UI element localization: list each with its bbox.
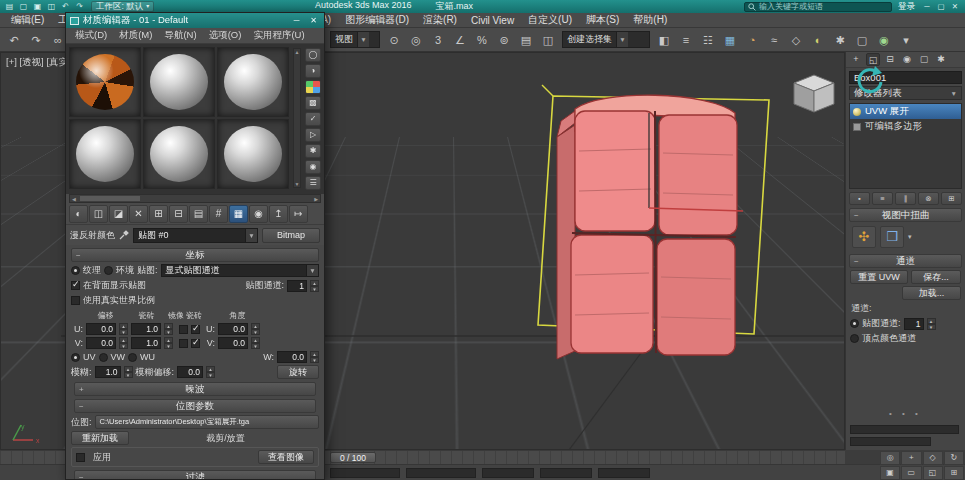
pan-icon[interactable]: ▣ [880, 466, 900, 480]
sample-horizontal-scrollbar[interactable]: ◀ ▶ [69, 194, 321, 203]
modifier-stack-item[interactable]: 可编辑多边形 [850, 119, 961, 134]
material-map-navigator-icon[interactable]: ☰ [305, 176, 321, 190]
material-name-dropdown[interactable]: 贴图 #0 ▼ [133, 228, 258, 243]
menu-item[interactable]: 帮助(H) [626, 13, 674, 27]
u-mirror-checkbox[interactable] [179, 325, 188, 334]
coordinate-y-field[interactable] [540, 468, 592, 478]
u-angle-field[interactable]: 0.0 [218, 323, 248, 335]
show-shaded-in-viewport-icon[interactable]: ▦ [229, 205, 248, 223]
field-of-view-icon[interactable]: ▭ [901, 466, 921, 480]
material-sample-slot[interactable] [69, 119, 141, 189]
material-sample-slot[interactable] [143, 47, 215, 117]
toolbar-overflow-icon[interactable]: ▾ [895, 30, 917, 50]
sign-in-link[interactable]: 登录 [898, 1, 915, 13]
put-to-library-icon[interactable]: ▤ [189, 205, 208, 223]
make-unique-icon[interactable]: ∥ [895, 192, 916, 205]
map-channel-spinner[interactable]: ▲▼ [310, 280, 319, 292]
menu-item[interactable]: 脚本(S) [579, 13, 626, 27]
v-angle-field[interactable]: 0.0 [218, 337, 248, 349]
pick-material-eyedropper-icon[interactable] [119, 230, 129, 240]
vw-radio[interactable] [99, 353, 108, 362]
material-sample-slot[interactable] [143, 119, 215, 189]
u-tile-checkbox[interactable] [191, 325, 200, 334]
w-angle-spinner[interactable]: ▲▼ [310, 351, 319, 363]
u-tiling-spinner[interactable]: ▲▼ [164, 323, 173, 335]
texture-radio[interactable] [71, 266, 80, 275]
uv-radio[interactable] [71, 353, 80, 362]
utilities-tab-icon[interactable]: ✱ [934, 53, 948, 66]
curve-editor-icon[interactable]: ≈ [763, 30, 785, 50]
redo-icon[interactable]: ↷ [74, 2, 85, 12]
blur-offset-spinner[interactable]: ▲▼ [206, 366, 215, 378]
scroll-right-icon[interactable]: ▶ [314, 196, 318, 202]
sample-type-icon[interactable]: ◯ [305, 48, 321, 62]
minimize-button[interactable]: ─ [290, 16, 303, 25]
channel-rollout-header[interactable]: − 通道 [849, 254, 962, 268]
apply-checkbox[interactable] [76, 453, 85, 462]
scroll-left-icon[interactable]: ◀ [72, 196, 76, 202]
close-button[interactable]: ✕ [949, 2, 961, 11]
spinner-snap-icon[interactable]: ⊚ [493, 30, 515, 50]
material-sample-slot[interactable] [217, 119, 289, 189]
make-preview-icon[interactable]: ▷ [305, 128, 321, 142]
menu-item[interactable]: 自定义(U) [521, 13, 579, 27]
map-channel-field[interactable]: 1 [287, 280, 307, 292]
menu-item[interactable]: 选项(O) [204, 29, 247, 42]
wu-radio[interactable] [128, 353, 137, 362]
view-image-button[interactable]: 查看图像 [258, 450, 314, 464]
workspace-selector[interactable]: 工作区: 默认 ▾ [91, 1, 154, 12]
panel-field[interactable] [850, 437, 931, 446]
coordinates-rollout-header[interactable]: − 坐标 [71, 248, 319, 262]
v-mirror-checkbox[interactable] [179, 339, 188, 348]
show-final-result-icon[interactable]: ◉ [249, 205, 268, 223]
material-editor-icon[interactable]: ◐ [807, 30, 829, 50]
vertex-color-radio[interactable] [850, 334, 859, 343]
use-center-icon[interactable]: ◎ [405, 30, 427, 50]
configure-modifier-sets-icon[interactable]: ⊞ [941, 192, 962, 205]
redo-icon[interactable]: ↷ [25, 30, 47, 50]
close-button[interactable]: ✕ [307, 16, 320, 25]
named-selection-set-combo[interactable]: 创建选择集▼ [562, 31, 650, 48]
status-field[interactable] [406, 468, 476, 478]
blur-field[interactable]: 1.0 [95, 366, 121, 378]
menu-item[interactable]: Civil View [464, 15, 521, 26]
bitmap-params-rollout-header[interactable]: − 位图参数 [74, 399, 316, 413]
w-angle-field[interactable]: 0.0 [277, 351, 307, 363]
sample-vertical-scrollbar[interactable]: ▲▼ [293, 48, 301, 188]
new-scene-icon[interactable]: ▢ [18, 2, 29, 12]
v-tile-checkbox[interactable] [191, 339, 200, 348]
snap-3d-icon[interactable]: 3 [427, 30, 449, 50]
show-map-on-back-checkbox[interactable] [71, 281, 80, 290]
reload-button[interactable]: 重新加载 [71, 431, 129, 445]
schematic-view-icon[interactable]: ◇ [785, 30, 807, 50]
coordinate-x-field[interactable] [482, 468, 534, 478]
reset-map-icon[interactable]: ✕ [129, 205, 148, 223]
environment-radio[interactable] [104, 266, 113, 275]
map-channel-field[interactable]: 1 [904, 318, 924, 330]
menu-item[interactable]: 渲染(R) [416, 13, 464, 27]
select-by-material-icon[interactable]: ◉ [305, 160, 321, 174]
display-tab-icon[interactable]: ▢ [917, 53, 931, 66]
bitmap-path-button[interactable]: C:\Users\Administrator\Desktop\宝箱展开.tga [95, 415, 319, 429]
u-offset-spinner[interactable]: ▲▼ [119, 323, 128, 335]
align-icon[interactable]: ≡ [675, 30, 697, 50]
u-angle-spinner[interactable]: ▲▼ [251, 323, 260, 335]
go-to-parent-icon[interactable]: ↥ [269, 205, 288, 223]
put-material-to-scene-icon[interactable]: ◫ [89, 205, 108, 223]
material-sample-slot[interactable] [69, 47, 141, 117]
get-material-icon[interactable]: ◐ [69, 205, 88, 223]
rendered-frame-icon[interactable]: ▢ [851, 30, 873, 50]
panel-field[interactable] [850, 425, 959, 434]
material-id-channel-icon[interactable]: # [209, 205, 228, 223]
menu-item[interactable]: 编辑(E) [4, 13, 51, 27]
viewcube-home-arc-icon[interactable] [851, 64, 885, 98]
options-icon[interactable]: ✱ [305, 144, 321, 158]
u-tiling-field[interactable]: 1.0 [131, 323, 161, 335]
save-file-icon[interactable]: ◫ [46, 2, 57, 12]
zoom-all-icon[interactable]: + [901, 451, 921, 465]
menu-item[interactable]: 材质(M) [114, 29, 157, 42]
load-uvw-button[interactable]: 加载... [902, 286, 961, 300]
real-world-scale-checkbox[interactable] [71, 296, 80, 305]
coordinate-z-field[interactable] [598, 468, 650, 478]
video-color-check-icon[interactable]: ✓ [305, 112, 321, 126]
